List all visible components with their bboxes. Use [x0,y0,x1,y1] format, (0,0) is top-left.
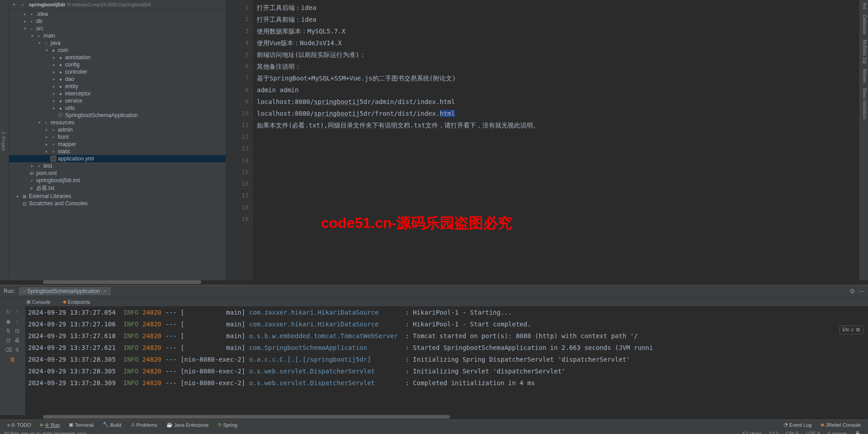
tree-item-main[interactable]: ▾▪main [9,32,226,39]
editor-line-7[interactable]: 其他备注说明： [257,61,855,72]
eventlog-tab[interactable]: ◔ Event Log [779,421,816,429]
status-indent[interactable]: 4 spaces [824,431,851,434]
endpoints-tab[interactable]: ◆ Endpoints [59,297,94,306]
tab-bean-validation[interactable]: Bean Validation [859,85,868,122]
tree-icon: ● [57,69,64,75]
tree-item-admin[interactable]: ▸▪admin [9,126,226,133]
tab-maven[interactable]: Maven [859,66,868,85]
tab-mybatis[interactable]: MyBatis Sql [859,37,868,66]
minimize-icon[interactable]: — [859,288,864,294]
file-tree[interactable]: ▸▪.idea▸▪db▾▪src▾▪main▾▪java▾●com▸●annot… [9,9,226,208]
tree-item-front[interactable]: ▸▪front [9,133,226,141]
tab-database[interactable]: Database [859,12,868,37]
log-line[interactable]: 2024-09-29 13:37:28.305 INFO 24820 --- [… [28,365,865,377]
editor-line-2[interactable]: 打开工具前端：idea [257,14,855,25]
editor-line-9[interactable]: 基于SpringBoot+MySQL+SSM+Vue.js的二手图书交易系统(附… [257,72,855,84]
status-encoding[interactable]: UTF-8 [802,431,824,434]
rerun-button[interactable]: ↻ [4,308,12,316]
tree-icon: Y [50,156,57,162]
tree-item-interceptor[interactable]: ▸●interceptor [9,90,226,97]
build-tab[interactable]: 🔨 Build [98,421,126,429]
console-tab[interactable]: ▣ Console [23,297,54,306]
tree-item-resources[interactable]: ▾▪resources [9,119,226,126]
breadcrumb: ▾ ▪ springbootij5dr D:\releaseComp\24-09… [9,0,226,9]
tree-item-src[interactable]: ▾▪src [9,25,226,32]
javaee-tab[interactable]: ☕ Java Enterprise [162,421,213,429]
tree-item-application-yml[interactable]: Yapplication.yml [9,155,226,162]
log-line[interactable]: 2024-09-29 13:37:27.618 INFO 24820 --- [… [28,330,865,342]
editor-line-14[interactable]: localhost:8080/springbootij5dr/front/dis… [257,108,855,119]
editor-line-4[interactable]: 使用Vue版本：NodeJsV14.X [257,37,855,49]
editor-line-1[interactable]: 打开工具后端：idea [257,2,855,14]
tree-item-springbootij5dr-iml[interactable]: ▪springbootij5dr.iml [9,177,226,184]
tree-item-java[interactable]: ▾▪java [9,39,226,47]
status-lock-icon[interactable]: 🔒 [851,431,864,434]
todo-tab[interactable]: ≡ 6: TODO [3,421,36,429]
wrap-button[interactable]: ⇅ [4,327,12,335]
log-line[interactable]: 2024-09-29 13:37:28.305 INFO 24820 --- [… [28,354,865,365]
filter-button[interactable]: ⊟ [13,327,21,335]
console-scrollbar[interactable] [0,415,868,420]
status-eol[interactable]: CRLF [782,431,802,434]
tree-item-entity[interactable]: ▸●entity [9,83,226,90]
tree-icon: m [28,170,35,176]
close-icon[interactable]: × [104,289,106,294]
endpoints-icon: ◆ [63,299,66,305]
down-button[interactable]: ↓ [13,317,21,326]
editor-line-3[interactable]: 使用数据库版本：MySQL5.7.X [257,25,855,37]
editor-line-11[interactable]: admin admin [257,84,855,96]
tree-item--txt[interactable]: ≡必看.txt [9,184,226,193]
tree-item--idea[interactable]: ▸▪.idea [9,10,226,18]
tree-item-mapper[interactable]: ▸▪mapper [9,141,226,148]
project-name[interactable]: springbootij5dr [29,2,66,7]
tree-item-External-Libraries[interactable]: ▸⊞External Libraries [9,193,226,200]
tree-item-com[interactable]: ▾●com [9,47,226,54]
editor-scrollbar[interactable] [0,280,868,285]
trash-button[interactable]: 🗑 [9,355,17,363]
tree-item-annotation[interactable]: ▸●annotation [9,54,226,61]
tree-item-dao[interactable]: ▸●dao [9,75,226,83]
log-line[interactable]: 2024-09-29 13:37:27.106 INFO 24820 --- [… [28,318,865,330]
tree-item-Scratches-and-Consoles[interactable]: ⊡Scratches and Consoles [9,200,226,207]
tab-project[interactable]: 1: Project [0,2,7,280]
tree-item-db[interactable]: ▸▪db [9,18,226,25]
jrebel-tab[interactable]: ◆ JRebel Console [816,421,865,429]
clear-button[interactable]: ⌫ [4,346,12,354]
line-gutter: 12345678910111213141516171819 [226,0,253,280]
editor-line-5[interactable]: 前端访问地址(以前段实际运行为准)： [257,49,855,61]
tree-item-SpringbootSchemaApplication[interactable]: ⓒSpringbootSchemaApplication [9,112,226,119]
tab-ant[interactable]: Ant [859,0,868,12]
console-output[interactable]: 2024-09-29 13:37:27.054 INFO 24820 --- [… [25,307,868,415]
project-icon: ▪ [19,1,26,8]
camera-button[interactable]: ◉ [4,317,12,326]
ime-badge[interactable]: EN り 简 [840,326,863,335]
log-line[interactable]: 2024-09-29 13:37:27.054 INFO 24820 --- [… [28,307,865,318]
print-button[interactable]: 🖶 [13,336,21,344]
terminal-tab[interactable]: ▣ Terminal [64,421,98,429]
problems-tab[interactable]: ⚠ Problems [126,421,162,429]
tree-item-controller[interactable]: ▸●controller [9,68,226,75]
log-line[interactable]: 2024-09-29 13:37:28.309 INFO 24820 --- [… [28,377,865,389]
run-tab[interactable]: ▶4: Run [36,421,64,429]
up-button[interactable]: ↑ [13,308,21,316]
scroll-button[interactable]: ⊡ [4,336,12,344]
tree-item-pom-xml[interactable]: mpom.xml [9,170,226,177]
tree-icon: ▪ [50,134,57,140]
tree-item-config[interactable]: ▸●config [9,61,226,68]
editor-content[interactable]: code51.cn-源码乐园盗图必究 打开工具后端：idea打开工具前端：ide… [253,0,859,280]
settings-button[interactable]: ↯ [13,346,21,354]
run-icon: ● [23,289,25,293]
tree-item-static[interactable]: ▸▪static [9,148,226,155]
status-pos[interactable]: 12:1 [765,431,782,434]
tree-icon: ● [57,83,64,90]
tree-icon: ⊞ [21,193,28,199]
tree-item-test[interactable]: ▸▪test [9,162,226,170]
gear-icon[interactable]: ⚙ [849,288,855,295]
log-line[interactable]: 2024-09-29 13:37:27.621 INFO 24820 --- [… [28,342,865,354]
tree-item-service[interactable]: ▸●service [9,97,226,104]
spring-tab[interactable]: ✿ Spring [213,421,242,429]
editor-line-12[interactable]: localhost:8080/springbootij5dr/admin/dis… [257,96,855,108]
editor-line-17[interactable]: 如果本文件(必看.txt),同级目录文件夹下有说明文档.txt文件，请打开看下，… [257,119,855,131]
tree-item-utils[interactable]: ▸●utils [9,104,226,112]
run-config-tab[interactable]: ● SpringbootSchemaApplication × [19,287,110,295]
